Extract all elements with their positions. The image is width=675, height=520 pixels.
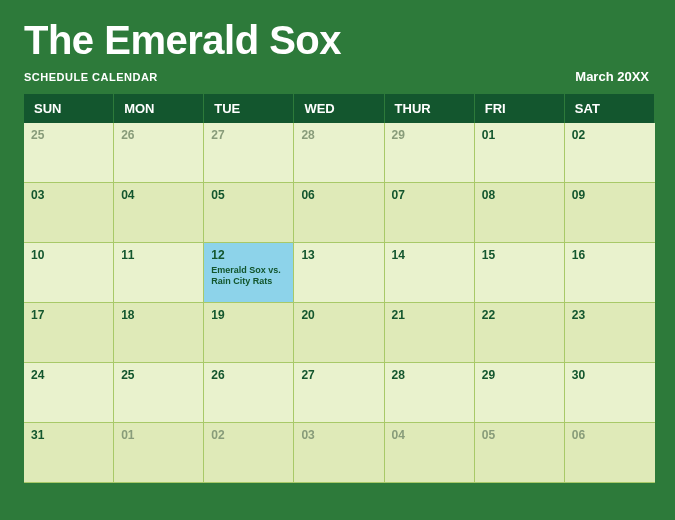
- calendar-cell: 28: [385, 363, 475, 423]
- day-number: 08: [482, 188, 557, 202]
- calendar-cell: 16: [565, 243, 655, 303]
- calendar-cell: 05: [204, 183, 294, 243]
- calendar-cell: 08: [475, 183, 565, 243]
- calendar-cell: 17: [24, 303, 114, 363]
- day-number: 27: [301, 368, 376, 382]
- calendar-cell: 02: [565, 123, 655, 183]
- calendar-cell: 26: [204, 363, 294, 423]
- calendar-cell: 02: [204, 423, 294, 483]
- calendar-cell: 26: [114, 123, 204, 183]
- day-number: 11: [121, 248, 196, 262]
- day-number: 01: [482, 128, 557, 142]
- calendar-cell: 11: [114, 243, 204, 303]
- calendar-page: The Emerald Sox SCHEDULE CALENDAR March …: [0, 0, 675, 520]
- calendar-cell: 04: [385, 423, 475, 483]
- calendar-cell: 10: [24, 243, 114, 303]
- calendar-cell: 22: [475, 303, 565, 363]
- day-number: 22: [482, 308, 557, 322]
- day-number: 05: [211, 188, 286, 202]
- day-number: 19: [211, 308, 286, 322]
- day-number: 17: [31, 308, 106, 322]
- day-header-fri: FRI: [475, 94, 565, 123]
- calendar-cell: 28: [294, 123, 384, 183]
- calendar-cell: 25: [114, 363, 204, 423]
- day-number: 02: [572, 128, 648, 142]
- day-number: 28: [392, 368, 467, 382]
- day-number: 21: [392, 308, 467, 322]
- subtitle: SCHEDULE CALENDAR: [24, 71, 158, 83]
- subtitle-row: SCHEDULE CALENDAR March 20XX: [24, 69, 655, 84]
- day-number: 05: [482, 428, 557, 442]
- calendar-cell: 01: [475, 123, 565, 183]
- calendar-cell: 25: [24, 123, 114, 183]
- day-number: 06: [572, 428, 648, 442]
- calendar-cell: 29: [475, 363, 565, 423]
- day-header-sat: SAT: [565, 94, 655, 123]
- day-number: 26: [211, 368, 286, 382]
- day-number: 31: [31, 428, 106, 442]
- calendar-cell: 14: [385, 243, 475, 303]
- month-label: March 20XX: [575, 69, 655, 84]
- calendar-cell: 03: [294, 423, 384, 483]
- calendar-cell: 05: [475, 423, 565, 483]
- calendar-grid: SUNMONTUEWEDTHURFRISAT252627282901020304…: [24, 94, 655, 483]
- page-title: The Emerald Sox: [24, 18, 655, 63]
- day-number: 13: [301, 248, 376, 262]
- calendar-cell: 13: [294, 243, 384, 303]
- calendar-cell: 06: [565, 423, 655, 483]
- day-number: 28: [301, 128, 376, 142]
- calendar-cell: 01: [114, 423, 204, 483]
- day-number: 29: [392, 128, 467, 142]
- day-number: 14: [392, 248, 467, 262]
- calendar-cell: 09: [565, 183, 655, 243]
- day-header-thur: THUR: [385, 94, 475, 123]
- calendar-cell: 18: [114, 303, 204, 363]
- event-label: Emerald Sox vs. Rain City Rats: [211, 265, 286, 287]
- day-number: 26: [121, 128, 196, 142]
- calendar-cell: 19: [204, 303, 294, 363]
- day-number: 16: [572, 248, 648, 262]
- day-number: 24: [31, 368, 106, 382]
- day-header-tue: TUE: [204, 94, 294, 123]
- calendar-cell: 15: [475, 243, 565, 303]
- day-number: 25: [121, 368, 196, 382]
- calendar-cell: 31: [24, 423, 114, 483]
- day-number: 29: [482, 368, 557, 382]
- day-number: 07: [392, 188, 467, 202]
- day-number: 01: [121, 428, 196, 442]
- day-header-mon: MON: [114, 94, 204, 123]
- day-number: 04: [121, 188, 196, 202]
- calendar-cell: 20: [294, 303, 384, 363]
- day-number: 27: [211, 128, 286, 142]
- day-header-wed: WED: [294, 94, 384, 123]
- calendar-cell: 29: [385, 123, 475, 183]
- day-header-sun: SUN: [24, 94, 114, 123]
- day-number: 12: [211, 248, 286, 262]
- day-number: 02: [211, 428, 286, 442]
- calendar-cell: 30: [565, 363, 655, 423]
- day-number: 20: [301, 308, 376, 322]
- day-number: 10: [31, 248, 106, 262]
- calendar-cell: 24: [24, 363, 114, 423]
- calendar-cell: 07: [385, 183, 475, 243]
- day-number: 04: [392, 428, 467, 442]
- day-number: 03: [301, 428, 376, 442]
- day-number: 30: [572, 368, 648, 382]
- day-number: 06: [301, 188, 376, 202]
- day-number: 03: [31, 188, 106, 202]
- day-number: 15: [482, 248, 557, 262]
- calendar-cell: 04: [114, 183, 204, 243]
- calendar-cell: 12Emerald Sox vs. Rain City Rats: [204, 243, 294, 303]
- calendar-cell: 06: [294, 183, 384, 243]
- calendar-cell: 23: [565, 303, 655, 363]
- calendar-cell: 03: [24, 183, 114, 243]
- day-number: 09: [572, 188, 648, 202]
- day-number: 23: [572, 308, 648, 322]
- calendar-cell: 21: [385, 303, 475, 363]
- calendar-cell: 27: [204, 123, 294, 183]
- day-number: 25: [31, 128, 106, 142]
- day-number: 18: [121, 308, 196, 322]
- calendar-cell: 27: [294, 363, 384, 423]
